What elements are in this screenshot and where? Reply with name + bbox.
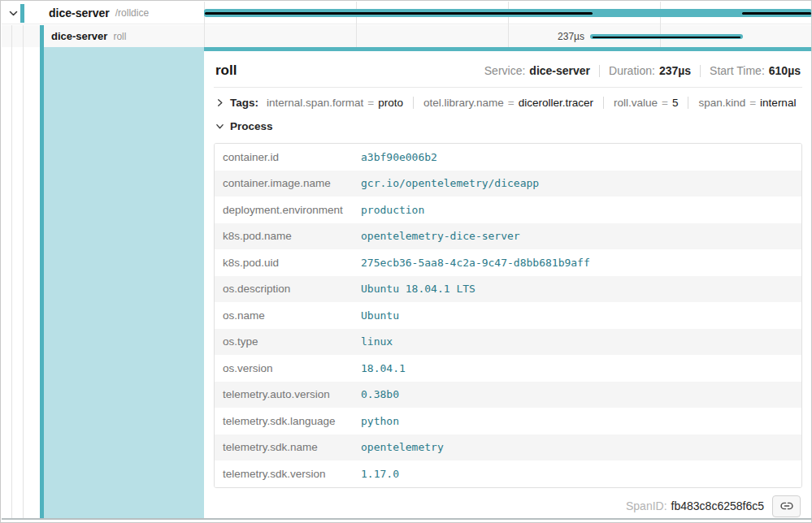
process-key: telemetry.auto.version: [215, 388, 361, 400]
span-id-value: fb483c8c6258f6c5: [671, 499, 764, 512]
process-value: 18.04.1: [361, 362, 406, 374]
process-key: os.type: [215, 335, 361, 348]
process-value: Ubuntu: [361, 309, 399, 322]
tag-key: span.kind: [698, 97, 745, 109]
duration-label: Duration:: [609, 64, 655, 77]
start-time-label: Start Time:: [710, 64, 765, 77]
tag-key: roll.value: [614, 97, 658, 109]
tags-label: Tags:: [230, 97, 258, 109]
process-table-row: deployment.environmentproduction: [215, 197, 801, 223]
span-name-roll[interactable]: dice-server roll: [2, 25, 204, 47]
selected-span-fill: [44, 47, 204, 518]
tag-equals: =: [662, 97, 668, 109]
process-value: a3bf90e006b2: [361, 151, 437, 163]
service-name: dice-server: [51, 30, 107, 42]
tags-list: internal.span.format=protootel.library.n…: [267, 97, 796, 109]
process-value: opentelemetry: [361, 441, 444, 453]
process-value: 0.38b0: [361, 388, 399, 400]
operation-name: roll: [113, 31, 126, 42]
process-accordion[interactable]: Process: [214, 114, 802, 137]
process-table-row: os.descriptionUbuntu 18.04.1 LTS: [215, 276, 801, 303]
tag-value: internal: [760, 97, 796, 109]
operation-name: /rolldice: [115, 7, 149, 19]
span-detail-footer: SpanID: fb483c8c6258f6c5: [214, 488, 802, 517]
process-key: telemetry.sdk.language: [215, 415, 361, 427]
process-key: telemetry.sdk.name: [215, 441, 361, 453]
process-key: k8s.pod.name: [215, 230, 361, 242]
tag-value: proto: [378, 97, 403, 109]
meta-separator: [599, 65, 600, 77]
process-label: Process: [230, 120, 273, 132]
process-table-row: os.version18.04.1: [215, 355, 801, 382]
process-value: Ubuntu 18.04.1 LTS: [361, 283, 475, 295]
process-table-row: container.ida3bf90e006b2: [215, 144, 801, 171]
tree-gutter: [2, 47, 40, 518]
process-table-row: telemetry.sdk.version1.17.0: [215, 460, 801, 487]
copy-link-button[interactable]: [772, 495, 801, 517]
process-key: container.id: [215, 151, 361, 163]
process-value: python: [361, 415, 399, 427]
chevron-down-icon: [215, 122, 224, 131]
process-table-row: telemetry.auto.version0.38b0: [215, 382, 801, 408]
tag-separator: [603, 97, 604, 109]
span-title: roll: [215, 63, 237, 79]
process-key: k8s.pod.uid: [215, 257, 361, 269]
service-value: dice-server: [529, 64, 590, 77]
process-table-row: telemetry.sdk.nameopentelemetry: [215, 434, 801, 461]
critical-path-segment: [742, 12, 811, 15]
indent-guide: [11, 25, 12, 518]
tags-accordion[interactable]: Tags: internal.span.format=protootel.lib…: [214, 88, 802, 114]
meta-separator: [700, 65, 701, 77]
service-label: Service:: [484, 64, 526, 77]
critical-path-segment: [593, 37, 740, 38]
service-name: dice-server: [49, 6, 110, 19]
process-key: telemetry.sdk.version: [215, 468, 361, 480]
tag-separator: [688, 97, 688, 109]
process-value: gcr.io/opentelemetry/diceapp: [361, 177, 539, 189]
tag-item: otel.library.name=diceroller.tracer: [423, 97, 593, 109]
tag-key: internal.span.format: [267, 97, 363, 109]
process-value: 275ecb36-5aa8-4c2a-9c47-d8bb681b9aff: [361, 257, 590, 269]
span-detail-header: roll Service: dice-server Duration: 237µ…: [214, 61, 802, 79]
process-table-row: os.nameUbuntu: [215, 302, 801, 329]
process-key: os.description: [215, 283, 361, 295]
span-meta: Service: dice-server Duration: 237µs Sta…: [484, 64, 801, 77]
process-kv-table: container.ida3bf90e006b2container.image.…: [214, 143, 802, 488]
duration-value: 237µs: [659, 64, 691, 77]
jaeger-trace-view: dice-server /rolldice dice-server roll 2…: [0, 0, 812, 523]
process-value: production: [361, 204, 424, 216]
span-id-label: SpanID:: [626, 499, 667, 512]
process-table-row: k8s.pod.uid275ecb36-5aa8-4c2a-9c47-d8bb6…: [215, 249, 801, 276]
process-key: os.name: [215, 309, 361, 322]
process-key: deployment.environment: [215, 204, 361, 216]
process-table-row: container.image.namegcr.io/opentelemetry…: [215, 171, 801, 197]
process-key: container.image.name: [215, 177, 361, 189]
process-table-row: telemetry.sdk.languagepython: [215, 408, 801, 434]
tag-equals: =: [749, 97, 756, 109]
tag-item: internal.span.format=proto: [267, 97, 403, 109]
tag-equals: =: [508, 97, 515, 109]
start-time-value: 610µs: [769, 64, 801, 77]
process-value: linux: [361, 335, 393, 348]
tag-separator: [413, 97, 414, 109]
process-table-row: os.typelinux: [215, 329, 801, 356]
tag-value: 5: [672, 97, 679, 109]
process-table-row: k8s.pod.nameopentelemetry-dice-server: [215, 223, 801, 250]
tag-item: roll.value=5: [614, 97, 678, 109]
tag-item: span.kind=internal: [698, 97, 796, 109]
span-duration-label: 237µs: [505, 31, 584, 42]
tag-key: otel.library.name: [423, 97, 504, 109]
chevron-right-icon: [215, 98, 224, 107]
tag-equals: =: [367, 97, 374, 109]
critical-path-segment: [205, 12, 593, 15]
span-detail-panel: roll Service: dice-server Duration: 237µ…: [204, 51, 812, 518]
link-icon: [779, 499, 794, 512]
collapse-chevron-down-icon[interactable]: [8, 8, 20, 19]
indent-guide: [23, 25, 24, 518]
process-value: 1.17.0: [361, 468, 399, 480]
process-value: opentelemetry-dice-server: [361, 230, 520, 242]
process-key: os.version: [215, 362, 361, 374]
tag-value: diceroller.tracer: [519, 97, 593, 109]
detail-bottom-border: [2, 518, 812, 520]
span-name-rolldice[interactable]: dice-server /rolldice: [2, 2, 204, 24]
